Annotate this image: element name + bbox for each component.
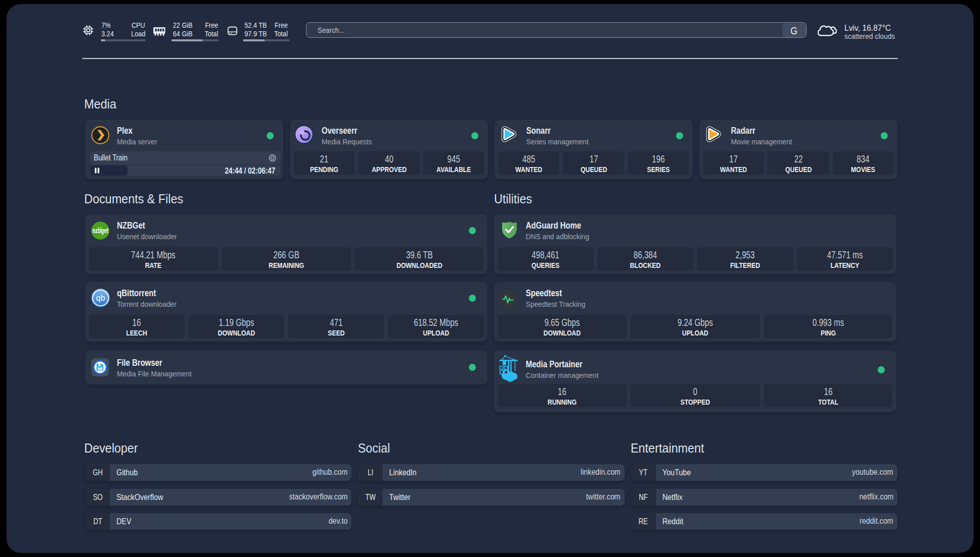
svg-text:nzbget: nzbget <box>92 227 108 235</box>
svg-text:qb: qb <box>96 294 105 302</box>
